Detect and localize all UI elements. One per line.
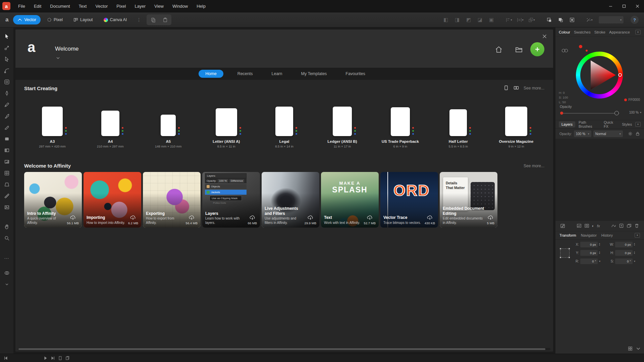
download-button[interactable]: 56.1 MB <box>67 215 79 225</box>
persona-vector-button[interactable]: Vector <box>13 15 40 24</box>
boolean-divide-icon[interactable]: ◪ <box>476 15 484 24</box>
move-tool[interactable] <box>2 32 11 41</box>
tab-layers[interactable]: Layers <box>559 121 575 127</box>
menu-item-view[interactable]: View <box>150 0 168 12</box>
mask-layer-icon[interactable] <box>584 223 589 228</box>
stepper-icon[interactable]: ▴▾ <box>634 243 635 246</box>
tab-navigator[interactable]: Navigator <box>581 233 597 237</box>
live-filter-icon[interactable]: fx <box>597 224 600 228</box>
boolean-subtract-icon[interactable]: ◨ <box>453 15 462 24</box>
go-first-icon[interactable] <box>2 354 9 362</box>
blend-ranges-icon[interactable] <box>611 223 616 228</box>
persona-layout-button[interactable]: Layout <box>69 15 97 24</box>
video-card-live-adjustments[interactable]: Live Adjustments and Filters Use adjustm… <box>262 172 319 228</box>
tab-path-brushes[interactable]: Path Brushes <box>579 120 600 128</box>
tab-recents[interactable]: Recents <box>233 70 258 78</box>
download-button[interactable]: 430 KB <box>425 215 435 225</box>
panel-collapse-icon[interactable]: ▾ <box>635 233 640 238</box>
w-input[interactable]: 0 px <box>615 242 633 247</box>
shape-tool[interactable] <box>2 134 11 143</box>
tab-colour[interactable]: Colour <box>559 30 570 34</box>
tab-swatches[interactable]: Swatches <box>574 30 591 34</box>
x-input[interactable]: 0 px <box>580 242 598 247</box>
expand-tools-chevron-icon[interactable] <box>2 280 11 289</box>
video-card-exporting[interactable]: Exporting How to export from Affinity. 5… <box>143 172 201 228</box>
arrange-button[interactable]: ▾ <box>527 15 536 24</box>
panel-collapse-icon[interactable]: ▾ <box>635 30 641 35</box>
menu-item-file[interactable]: File <box>14 0 30 12</box>
page-view-toggle-icon[interactable] <box>503 85 509 91</box>
tab-learn[interactable]: Learn <box>267 70 287 78</box>
chevron-down-icon[interactable] <box>56 57 60 59</box>
video-card-text[interactable]: MAKE A SPLASH Text Work with text in Aff… <box>321 172 379 228</box>
blend-options-gear-icon[interactable] <box>628 131 633 136</box>
tab-my-templates[interactable]: My Templates <box>296 70 331 78</box>
style-picker-button[interactable]: ▾ <box>585 15 594 24</box>
persona-pixel-button[interactable]: Pixel <box>43 15 67 24</box>
download-button[interactable]: 52.7 MB <box>364 215 376 225</box>
add-image-icon[interactable] <box>577 223 582 228</box>
panel-grid-icon[interactable] <box>628 346 633 351</box>
see-more-videos-link[interactable]: See more... <box>524 164 544 168</box>
hue-marker-handle[interactable] <box>618 73 622 77</box>
menu-item-window[interactable]: Window <box>168 0 192 12</box>
contour-tool[interactable] <box>2 77 11 86</box>
menu-item-vector[interactable]: Vector <box>91 0 112 12</box>
add-group-icon[interactable] <box>627 223 632 228</box>
download-button[interactable]: 5 MB <box>487 215 494 225</box>
paste-icon[interactable] <box>161 15 169 24</box>
horizontal-scrollbar[interactable] <box>18 348 550 350</box>
distribution-button[interactable]: ▾ <box>516 15 525 24</box>
boolean-combine-icon[interactable]: ▣ <box>487 15 496 24</box>
new-document-button[interactable] <box>530 42 544 56</box>
view-tool[interactable] <box>2 222 11 231</box>
knife-tool[interactable] <box>2 123 11 132</box>
preset-a4[interactable]: A4 210 mm × 297 mm <box>82 98 139 148</box>
measure-tool[interactable] <box>2 191 11 200</box>
adjustment-layer-icon[interactable]: ◐ <box>592 224 594 228</box>
download-button[interactable]: 66 MB <box>248 215 257 225</box>
tab-styles[interactable]: Styles <box>622 122 632 126</box>
h-input[interactable]: 0 px <box>615 250 633 256</box>
opacity-slider-handle[interactable] <box>614 111 619 115</box>
video-card-embedded-documents[interactable]: Details That Matter Embedded Document Ed… <box>440 172 497 228</box>
more-tools-button[interactable]: … <box>2 252 11 261</box>
video-card-vector-trace[interactable]: ORD Vector Trace Trace bitmaps to vector… <box>380 172 438 228</box>
spread-view-toggle-icon[interactable] <box>514 85 520 91</box>
close-welcome-icon[interactable] <box>541 33 548 40</box>
maximize-button[interactable] <box>617 0 631 12</box>
help-button[interactable]: ? <box>631 16 639 24</box>
transparency-tool[interactable] <box>2 157 11 166</box>
secondary-colour-chip[interactable] <box>586 50 588 52</box>
preset-us-trade-paperback[interactable]: US Trade Paperback 6 in × 9 in <box>372 98 428 148</box>
layers-opacity-dropdown[interactable]: 100 % ▾ <box>574 130 591 137</box>
toolbar-overflow-icon[interactable]: ⋮ <box>137 17 141 22</box>
menu-item-layer[interactable]: Layer <box>130 0 150 12</box>
tab-transform[interactable]: Transform <box>559 233 576 237</box>
home-icon[interactable] <box>495 46 503 54</box>
menu-item-text[interactable]: Text <box>74 0 91 12</box>
opacity-value-dropdown[interactable]: 100 % ▾ <box>629 111 641 114</box>
alignment-button[interactable]: ▾ <box>504 15 513 24</box>
menu-item-edit[interactable]: Edit <box>30 0 46 12</box>
boolean-intersect-icon[interactable]: ◩ <box>464 15 473 24</box>
see-more-presets-link[interactable]: See more... <box>524 86 544 90</box>
gradient-tool[interactable] <box>2 145 11 155</box>
preset-legal[interactable]: Legal 8.5 in × 14 in <box>256 98 313 148</box>
transform-anchor-selector[interactable] <box>560 248 570 258</box>
panel-expand-chevron-icon[interactable] <box>636 346 641 351</box>
rotation-input[interactable]: 0 ° <box>580 258 598 264</box>
minimize-button[interactable] <box>604 0 617 12</box>
open-folder-icon[interactable] <box>515 46 524 54</box>
preset-ledger[interactable]: Ledger (ANSI B) 11 in × 17 in <box>314 98 370 148</box>
mesh-warp-tool[interactable] <box>2 168 11 178</box>
preset-half-letter[interactable]: Half Letter 5.5 in × 8.5 in <box>430 98 486 148</box>
tab-history[interactable]: History <box>601 233 613 237</box>
download-button[interactable]: 29.9 MB <box>305 215 316 225</box>
preset-letter[interactable]: Letter (ANSI A) 8.5 in × 11 in <box>198 98 255 148</box>
pen-tool[interactable] <box>2 88 11 98</box>
node-tool[interactable] <box>2 54 11 64</box>
shape-builder-tool[interactable] <box>2 268 11 278</box>
perspective-tool[interactable] <box>2 180 11 189</box>
play-icon[interactable] <box>42 354 49 362</box>
